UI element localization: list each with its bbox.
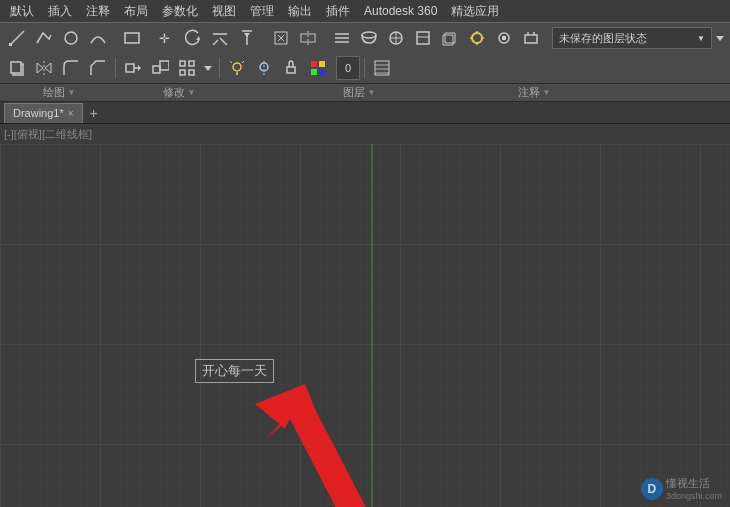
shrink-btn[interactable] — [268, 26, 294, 50]
modify-label-text: 修改 — [163, 85, 185, 100]
copy-btn[interactable] — [4, 56, 30, 80]
layers-row2: 0 — [224, 56, 360, 80]
menu-annotation[interactable]: 注释 — [80, 1, 116, 22]
layer-btn8[interactable] — [518, 26, 544, 50]
watermark-icon-text: D — [648, 482, 657, 496]
stretch-btn[interactable] — [120, 56, 146, 80]
polyline-btn[interactable] — [31, 26, 57, 50]
menu-bar: 默认 插入 注释 布局 参数化 视图 管理 输出 插件 Autodesk 360… — [0, 0, 730, 22]
arc-btn[interactable] — [85, 26, 111, 50]
extend-btn[interactable] — [234, 26, 260, 50]
layers-section — [329, 26, 544, 50]
svg-rect-60 — [319, 61, 325, 67]
new-tab-btn[interactable]: + — [85, 104, 103, 122]
svg-point-52 — [233, 63, 241, 71]
layer-number-text: 0 — [345, 62, 351, 74]
layer-btn7[interactable] — [491, 26, 517, 50]
layer-btn5[interactable] — [437, 26, 463, 50]
svg-line-7 — [220, 38, 227, 45]
array-btn[interactable] — [174, 56, 200, 80]
array-arrow-btn[interactable] — [201, 56, 215, 80]
fillet-btn[interactable] — [58, 56, 84, 80]
svg-rect-24 — [417, 32, 429, 44]
modify-label-arrow-icon: ▼ — [188, 88, 196, 97]
svg-rect-47 — [180, 61, 185, 66]
layer-btn6[interactable] — [464, 26, 490, 50]
mirror-btn[interactable] — [31, 56, 57, 80]
svg-marker-41 — [45, 63, 51, 73]
svg-rect-38 — [11, 62, 21, 73]
rect-btn[interactable] — [119, 26, 145, 50]
svg-marker-44 — [138, 65, 141, 71]
tab-close-btn[interactable]: × — [68, 108, 74, 119]
svg-rect-1 — [9, 43, 12, 46]
layers-dropdown[interactable]: 未保存的图层状态 ▼ — [552, 27, 712, 49]
svg-rect-50 — [189, 70, 194, 75]
move-btn[interactable]: ✛ — [153, 26, 179, 50]
scale-btn[interactable] — [147, 56, 173, 80]
circle-btn[interactable] — [58, 26, 84, 50]
layer-btn3[interactable] — [383, 26, 409, 50]
drawing-canvas[interactable]: 开心每一天 D 懂视生活 3dongshi.com — [0, 144, 730, 507]
layers-section-label[interactable]: 图层 ▼ — [240, 85, 470, 100]
svg-rect-48 — [189, 61, 194, 66]
svg-marker-36 — [716, 36, 724, 41]
menu-default[interactable]: 默认 — [4, 1, 40, 22]
watermark-subtext: 3dongshi.com — [666, 491, 722, 501]
menu-view[interactable]: 视图 — [206, 1, 242, 22]
svg-marker-40 — [37, 63, 43, 73]
annotation-section-label[interactable]: 注释 ▼ — [470, 85, 590, 100]
svg-rect-46 — [160, 61, 169, 70]
menu-plugin[interactable]: 插件 — [320, 1, 356, 22]
layer-num-box[interactable]: 0 — [336, 56, 360, 80]
modify-section-label[interactable]: 修改 ▼ — [110, 85, 240, 100]
draw-label-arrow-icon: ▼ — [68, 88, 76, 97]
drawing-tab[interactable]: Drawing1* × — [4, 103, 83, 123]
watermark-icon: D — [641, 478, 663, 500]
modify-row2b — [120, 56, 215, 80]
layer-light-btn[interactable] — [224, 56, 250, 80]
tab-name: Drawing1* — [13, 107, 64, 119]
svg-rect-3 — [125, 33, 139, 43]
chamfer-btn[interactable] — [85, 56, 111, 80]
toolbar-row-2: 0 — [0, 53, 730, 83]
menu-layout[interactable]: 布局 — [118, 1, 154, 22]
trim-btn[interactable] — [207, 26, 233, 50]
menu-params[interactable]: 参数化 — [156, 1, 204, 22]
draw-section-label[interactable]: 绘图 ▼ — [0, 85, 110, 100]
menu-featured[interactable]: 精选应用 — [445, 1, 505, 22]
line-tool-btn[interactable] — [4, 26, 30, 50]
menu-manage[interactable]: 管理 — [244, 1, 280, 22]
svg-rect-49 — [180, 70, 185, 75]
svg-rect-61 — [311, 69, 317, 75]
menu-autodesk360[interactable]: Autodesk 360 — [358, 2, 443, 20]
layers-dropdown-extra[interactable] — [713, 26, 727, 50]
modify-row2 — [4, 56, 111, 80]
svg-line-54 — [230, 61, 232, 63]
layer-btn4[interactable] — [410, 26, 436, 50]
svg-point-2 — [65, 32, 77, 44]
scale-expand-btn[interactable] — [295, 26, 321, 50]
menu-output[interactable]: 输出 — [282, 1, 318, 22]
layer-freeze-btn[interactable] — [251, 56, 277, 80]
svg-marker-5 — [196, 36, 200, 40]
svg-rect-33 — [525, 35, 537, 43]
layers-label-text: 图层 — [343, 85, 365, 100]
layer-lock-btn[interactable] — [278, 56, 304, 80]
draw-tools — [4, 26, 111, 50]
svg-marker-51 — [204, 66, 212, 71]
menu-insert[interactable]: 插入 — [42, 1, 78, 22]
sep7 — [115, 58, 116, 78]
layer-color-btn[interactable] — [305, 56, 331, 80]
modify-tools: ✛ — [153, 26, 260, 50]
svg-text:✛: ✛ — [159, 31, 170, 46]
rotate-btn[interactable] — [180, 26, 206, 50]
svg-point-26 — [472, 33, 482, 43]
hatch-btn[interactable] — [369, 56, 395, 80]
layer-prev-btn[interactable] — [329, 26, 355, 50]
viewport-label-text: [-][俯视][二维线框] — [4, 127, 92, 142]
tab-bar: Drawing1* × + — [0, 102, 730, 124]
svg-rect-45 — [153, 66, 160, 73]
sep9 — [364, 58, 365, 78]
layer-btn2[interactable] — [356, 26, 382, 50]
